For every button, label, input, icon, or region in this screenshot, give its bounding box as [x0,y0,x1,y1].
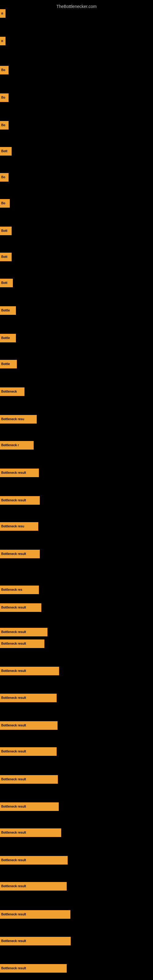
bar-item: Bottle [0,306,16,315]
bar-label: Bottleneck result [0,856,68,865]
bar-label: Bottleneck resu [0,522,38,531]
bar-item: Bottle [0,334,16,342]
bar-label: Bottleneck resu [0,415,37,423]
bar-item: Bo [0,94,9,102]
bar-item: Bott [0,147,12,156]
bar-item: Bottleneck resu [0,522,38,531]
bar-label: Bottleneck result [0,496,40,505]
bar-item: B [0,9,5,18]
bar-label: Bottleneck result [0,667,59,675]
bar-item: Bottleneck result [0,496,40,505]
bar-label: Bottleneck res [0,585,39,594]
bar-item: Bo [0,199,10,208]
bar-item: Bott [0,279,13,287]
bar-label: Bottleneck result [0,937,71,945]
bar-label: Bott [0,279,13,287]
bar-label: Bo [0,66,9,75]
bar-item: Bo [0,173,9,181]
bar-label: Bottleneck result [0,550,40,558]
bar-label: Bottleneck result [0,802,59,811]
bar-item: Bottleneck r [0,441,33,450]
bar-label: Bott [0,253,12,261]
bar-item: Bottleneck result [0,603,41,612]
bar-label: Bottleneck result [0,721,57,730]
bar-item: Bo [0,66,9,75]
site-title: TheBottlenecker.com [0,2,153,11]
bar-label: Bottleneck r [0,441,33,450]
bar-label: Bo [0,173,9,181]
bar-item: Bottleneck result [0,694,57,702]
bar-label: Bottle [0,334,16,342]
bar-item: Bottleneck result [0,640,45,648]
bar-item: Bottleneck result [0,856,68,865]
bar-label: Bottleneck result [0,964,67,973]
bar-label: Bottleneck result [0,469,39,477]
bar-label: Bottleneck result [0,910,70,919]
bar-item: Bottleneck result [0,937,71,945]
bar-item: Bo [0,121,9,130]
bar-label: Bottleneck result [0,603,41,612]
bar-item: Bottleneck result [0,628,48,636]
bar-item: Bottleneck result [0,882,67,891]
bar-item: Bottleneck result [0,829,61,837]
bar-item: Bottleneck res [0,585,39,594]
bar-item: Bott [0,227,12,235]
bar-label: Bottle [0,360,17,368]
bar-item: Bottleneck [0,387,24,396]
bar-label: Bottleneck result [0,640,45,648]
bar-item: Bottleneck result [0,550,40,558]
bar-item: Bott [0,253,12,261]
bar-label: Bott [0,227,12,235]
bar-label: Bottleneck result [0,747,57,756]
bar-label: Bottleneck result [0,775,58,784]
bar-label: Bo [0,121,9,130]
bar-item: Bottleneck result [0,775,58,784]
bar-label: Bo [0,199,10,208]
bar-item: Bottleneck result [0,667,59,675]
bar-item: B [0,37,5,45]
bar-item: Bottleneck result [0,910,70,919]
bar-item: Bottleneck result [0,469,39,477]
bar-item: Bottleneck result [0,721,57,730]
bar-label: Bottle [0,306,16,315]
bar-label: Bottleneck result [0,829,61,837]
bar-label: Bottleneck result [0,882,67,891]
bar-item: Bottleneck resu [0,415,37,423]
bar-item: Bottleneck result [0,747,57,756]
bar-label: Bo [0,94,9,102]
bar-label: B [0,37,5,45]
bar-item: Bottleneck result [0,964,67,973]
bar-label: B [0,9,5,18]
bar-item: Bottle [0,360,17,368]
bar-label: Bottleneck result [0,628,48,636]
bar-label: Bottleneck [0,387,24,396]
bar-label: Bott [0,147,12,156]
bar-item: Bottleneck result [0,802,59,811]
bar-label: Bottleneck result [0,694,57,702]
